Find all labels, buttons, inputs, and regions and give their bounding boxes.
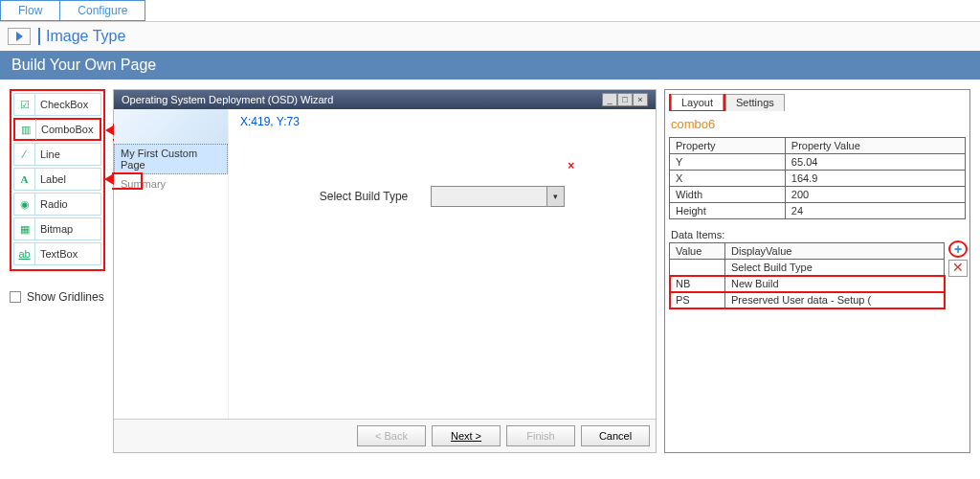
tool-label[interactable]: A Label bbox=[13, 168, 101, 191]
prop-row: Height24 bbox=[670, 203, 966, 219]
data-items-wrap: + ✕ ValueDisplayValue Select Build Type … bbox=[669, 242, 966, 308]
prop-key: Width bbox=[670, 187, 786, 203]
cell-display[interactable]: New Build bbox=[725, 276, 945, 292]
checkbox-icon: ☑ bbox=[14, 94, 35, 115]
tab-configure[interactable]: Configure bbox=[60, 0, 145, 21]
col-value: Value bbox=[670, 243, 725, 260]
col-value: Property Value bbox=[785, 138, 965, 154]
radio-icon: ◉ bbox=[14, 194, 35, 215]
tool-line[interactable]: ⁄ Line bbox=[13, 143, 101, 166]
prop-val[interactable]: 200 bbox=[785, 187, 965, 203]
tool-checkbox[interactable]: ☑ CheckBox bbox=[13, 93, 101, 116]
toolbox-frame: ☑ CheckBox ▥ ComboBox ⁄ Line A Label ◉ R… bbox=[10, 89, 105, 271]
line-icon: ⁄ bbox=[14, 144, 35, 165]
close-icon[interactable]: × bbox=[633, 93, 648, 106]
tool-combobox[interactable]: ▥ ComboBox bbox=[13, 118, 101, 141]
tab-flow[interactable]: Flow bbox=[0, 0, 60, 21]
cell-value[interactable]: PS bbox=[670, 292, 725, 308]
tool-bitmap[interactable]: ▦ Bitmap bbox=[13, 217, 101, 240]
col-display: DisplayValue bbox=[725, 243, 945, 260]
play-icon bbox=[8, 28, 31, 45]
combobox-icon: ▥ bbox=[15, 119, 36, 140]
tool-label: Radio bbox=[35, 198, 100, 210]
data-row: NBNew Build bbox=[670, 276, 945, 292]
maximize-icon[interactable]: □ bbox=[617, 93, 633, 106]
wizard-footer: < Back Next > Finish Cancel bbox=[114, 419, 656, 452]
window-controls: _ □ × bbox=[602, 93, 648, 106]
toolbox: ☑ CheckBox ▥ ComboBox ⁄ Line A Label ◉ R… bbox=[10, 89, 105, 304]
nav-item-custom[interactable]: My First Custom Page bbox=[114, 144, 228, 174]
checkbox-icon[interactable] bbox=[10, 291, 21, 303]
cancel-button[interactable]: Cancel bbox=[581, 425, 650, 446]
tool-label-text: Label bbox=[35, 173, 100, 185]
topbar: Flow Configure bbox=[0, 0, 980, 22]
prop-key: Height bbox=[670, 203, 786, 219]
prop-val[interactable]: 65.04 bbox=[785, 154, 965, 171]
cell-value[interactable] bbox=[670, 260, 725, 276]
data-items-table: ValueDisplayValue Select Build Type NBNe… bbox=[669, 242, 945, 308]
properties-panel: Layout Settings combo6 PropertyProperty … bbox=[664, 89, 970, 453]
select-build-label: Select Build Type bbox=[320, 190, 409, 203]
show-gridlines[interactable]: Show Gridlines bbox=[10, 290, 105, 304]
prop-key: X bbox=[670, 171, 786, 187]
prop-row: Y65.04 bbox=[670, 154, 966, 171]
breadcrumb: Image Type bbox=[0, 22, 980, 51]
wizard-title: Operating System Deployment (OSD) Wizard bbox=[122, 94, 333, 105]
tool-textbox[interactable]: ab TextBox bbox=[13, 242, 101, 265]
data-row: Select Build Type bbox=[670, 260, 945, 276]
chevron-down-icon[interactable]: ▾ bbox=[546, 187, 564, 206]
remove-item-button[interactable]: ✕ bbox=[948, 260, 968, 277]
wizard-body: My First Custom Page Summary X:419, Y:73… bbox=[114, 109, 656, 419]
col-property: Property bbox=[670, 138, 786, 154]
delete-marker-icon: × bbox=[568, 159, 574, 172]
prop-key: Y bbox=[670, 154, 786, 171]
prop-val[interactable]: 164.9 bbox=[785, 171, 965, 187]
nav-header bbox=[114, 109, 228, 144]
label-icon: A bbox=[14, 169, 35, 190]
tool-label: TextBox bbox=[35, 248, 100, 260]
prop-val[interactable]: 24 bbox=[785, 203, 965, 219]
textbox-icon: ab bbox=[14, 243, 35, 264]
bitmap-icon: ▦ bbox=[14, 218, 35, 240]
cell-display[interactable]: Select Build Type bbox=[725, 260, 945, 276]
build-type-combo[interactable]: ▾ bbox=[431, 186, 565, 207]
form-row: Select Build Type ▾ × bbox=[240, 186, 644, 207]
coord-readout: X:419, Y:73 bbox=[240, 115, 644, 128]
next-label: Next > bbox=[451, 430, 481, 442]
show-gridlines-label: Show Gridlines bbox=[27, 290, 104, 304]
workarea: ☑ CheckBox ▥ ComboBox ⁄ Line A Label ◉ R… bbox=[0, 80, 980, 463]
tool-label: ComboBox bbox=[36, 124, 100, 135]
tool-label: Line bbox=[35, 148, 100, 160]
selection-name: combo6 bbox=[671, 117, 964, 131]
properties-table: PropertyProperty Value Y65.04 X164.9 Wid… bbox=[669, 137, 966, 219]
breadcrumb-item[interactable]: Image Type bbox=[38, 28, 125, 45]
add-item-button[interactable]: + bbox=[948, 240, 968, 258]
data-row: PSPreserved User data - Setup ( bbox=[670, 292, 945, 308]
minimize-icon[interactable]: _ bbox=[602, 93, 617, 106]
tool-radio[interactable]: ◉ Radio bbox=[13, 193, 101, 216]
tool-label: CheckBox bbox=[35, 99, 100, 110]
next-button[interactable]: Next > bbox=[432, 425, 501, 446]
data-items-label: Data Items: bbox=[671, 229, 964, 240]
wizard-nav: My First Custom Page Summary bbox=[114, 109, 229, 419]
prop-row: X164.9 bbox=[670, 171, 966, 187]
wizard-main[interactable]: X:419, Y:73 Select Build Type ▾ × bbox=[229, 109, 656, 419]
cell-display[interactable]: Preserved User data - Setup ( bbox=[725, 292, 945, 308]
cell-value[interactable]: NB bbox=[670, 276, 725, 292]
tab-layout[interactable]: Layout bbox=[671, 94, 724, 110]
finish-button[interactable]: Finish bbox=[506, 425, 575, 446]
back-button[interactable]: < Back bbox=[357, 425, 426, 446]
tab-settings[interactable]: Settings bbox=[725, 94, 785, 111]
prop-row: Width200 bbox=[670, 187, 966, 203]
panel-tabs: Layout Settings bbox=[669, 94, 966, 111]
design-canvas: Operating System Deployment (OSD) Wizard… bbox=[113, 89, 657, 453]
page-title: Build Your Own Page bbox=[0, 51, 980, 80]
wizard-titlebar: Operating System Deployment (OSD) Wizard… bbox=[114, 90, 656, 109]
tool-label: Bitmap bbox=[35, 223, 100, 235]
